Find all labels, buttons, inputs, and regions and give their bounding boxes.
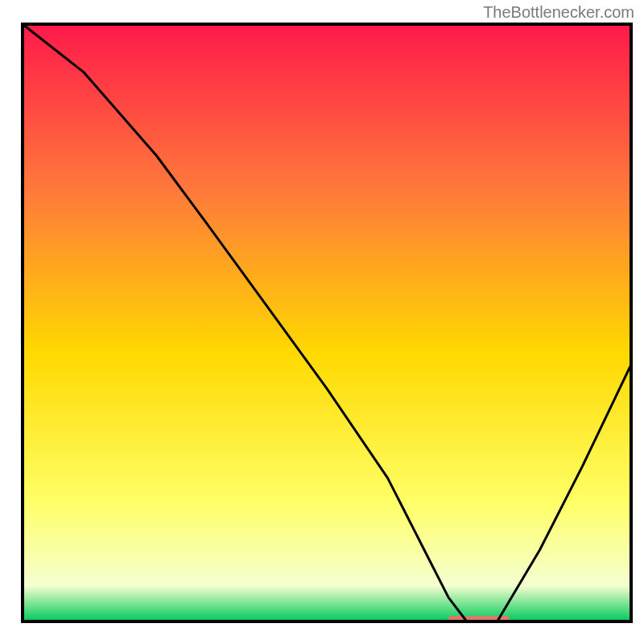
plot-background: [23, 24, 631, 621]
chart-svg: [0, 0, 644, 644]
attribution-text: TheBottlenecker.com: [483, 3, 634, 22]
bottleneck-chart: TheBottlenecker.com: [0, 0, 644, 644]
